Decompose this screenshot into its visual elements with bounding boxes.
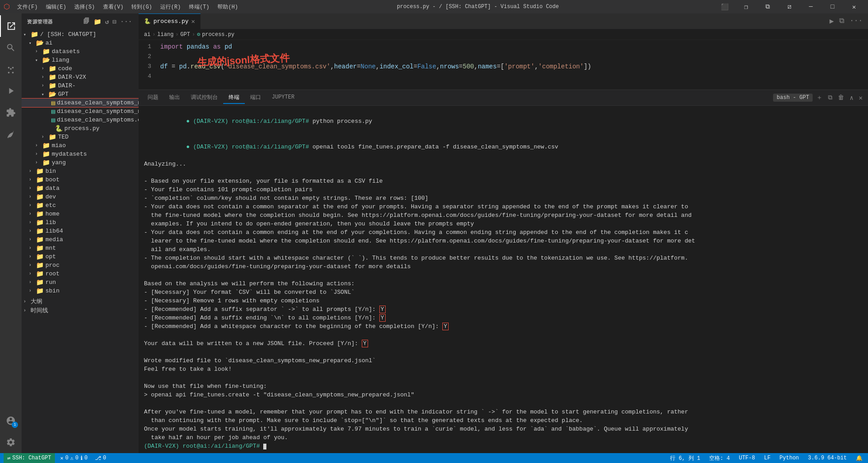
menu-help[interactable]: 帮助(H) bbox=[214, 2, 242, 12]
tree-item-ai[interactable]: ▾ 📂 ai bbox=[22, 39, 139, 47]
collapse-icon[interactable]: ⊟ bbox=[112, 17, 117, 27]
minimize-button[interactable]: ⬛ bbox=[714, 0, 735, 13]
add-terminal-icon[interactable]: ＋ bbox=[814, 93, 824, 103]
tree-item-boot[interactable]: › 📁 boot bbox=[22, 175, 139, 184]
window-maximize-button[interactable]: □ bbox=[822, 0, 843, 13]
tree-item-home[interactable]: › 📁 home bbox=[22, 210, 139, 218]
more-tab-actions-icon[interactable]: ··· bbox=[848, 16, 864, 27]
tree-item-outline[interactable]: › 大纲 bbox=[22, 297, 139, 306]
close-terminal-icon[interactable]: ✕ bbox=[857, 93, 864, 103]
restore-button[interactable]: ❐ bbox=[736, 0, 756, 13]
split-editor-icon[interactable]: ⧉ bbox=[837, 16, 846, 27]
menu-goto[interactable]: 转到(G) bbox=[128, 2, 156, 12]
tree-item-dev[interactable]: › 📁 dev bbox=[22, 193, 139, 201]
run-icon[interactable]: ▶ bbox=[828, 16, 836, 27]
window-close-button[interactable]: ✕ bbox=[844, 0, 864, 13]
eol-status[interactable]: LF bbox=[762, 455, 772, 461]
tree-item-sbin[interactable]: › 📁 sbin bbox=[22, 287, 139, 295]
breadcrumb-liang[interactable]: liang bbox=[157, 31, 174, 38]
tree-item-ted[interactable]: › 📁 TED bbox=[22, 133, 139, 141]
folder-icon: 📁 bbox=[42, 150, 50, 158]
tree-item-csv1[interactable]: › ▤ disease_clean_symptoms_new.csv bbox=[22, 107, 139, 116]
tab-bar: 🐍 process.py ✕ ▶ ⧉ ··· bbox=[139, 13, 868, 29]
tree-item-mydatasets[interactable]: › 📁 mydatasets bbox=[22, 150, 139, 158]
breadcrumb-filename[interactable]: process.py bbox=[202, 31, 234, 38]
tree-item-lib[interactable]: › 📁 lib bbox=[22, 218, 139, 227]
breadcrumb-ai[interactable]: ai bbox=[144, 31, 150, 38]
tree-item-jsonl[interactable]: › ▤ disease_clean_symptoms_new_prepared.… bbox=[22, 99, 139, 107]
encoding-status[interactable]: UTF-8 bbox=[737, 455, 757, 461]
tree-item-dair-v2x[interactable]: › 📁 DAIR-V2X bbox=[22, 73, 139, 81]
language-status[interactable]: Python bbox=[778, 455, 801, 461]
tree-item-liang[interactable]: ▾ 📂 liang bbox=[22, 56, 139, 64]
activity-extensions[interactable] bbox=[0, 102, 22, 123]
tree-item-timeline[interactable]: › 时间线 bbox=[22, 306, 139, 315]
errors-status[interactable]: ✕ 0 ⚠ 0 ℹ 0 bbox=[58, 455, 90, 462]
tab-ports[interactable]: 端口 bbox=[245, 92, 266, 104]
tree-item-csv2[interactable]: › ▤ disease_clean_symptoms.csv bbox=[22, 116, 139, 124]
tab-output[interactable]: 输出 bbox=[164, 92, 185, 104]
tree-item-gpt[interactable]: ▾ 📂 GPT bbox=[22, 90, 139, 99]
ssh-status[interactable]: ⇌ SSH: ChatGPT bbox=[4, 453, 55, 463]
split-button[interactable]: ⧄ bbox=[779, 0, 800, 13]
language-label: Python bbox=[779, 455, 799, 461]
feedback-icon[interactable]: 🔔 bbox=[854, 455, 864, 462]
new-file-icon[interactable]: 🗐 bbox=[82, 17, 91, 27]
tree-item-opt[interactable]: › 📁 opt bbox=[22, 252, 139, 261]
version-status[interactable]: 3.6.9 64-bit bbox=[806, 455, 849, 461]
spaces-status[interactable]: 空格: 4 bbox=[707, 454, 732, 462]
tab-debug[interactable]: 调试控制台 bbox=[185, 92, 223, 104]
tree-item-media[interactable]: › 📁 media bbox=[22, 235, 139, 244]
menu-bar[interactable]: 文件(F) 编辑(E) 选择(S) 查看(V) 转到(G) 运行(R) 终端(T… bbox=[13, 2, 242, 12]
menu-terminal[interactable]: 终端(T) bbox=[185, 2, 213, 12]
activity-run[interactable] bbox=[0, 80, 22, 102]
layout-button[interactable]: ⧉ bbox=[757, 0, 778, 13]
activity-accounts[interactable]: 1 bbox=[0, 410, 22, 432]
tree-item-lib64[interactable]: › 📁 lib64 bbox=[22, 227, 139, 235]
trash-terminal-icon[interactable]: 🗑 bbox=[836, 93, 846, 102]
breadcrumb-gpt[interactable]: GPT bbox=[180, 31, 190, 38]
tree-item-dair[interactable]: › 📁 DAIR- bbox=[22, 81, 139, 90]
line-content: df = pd.read_csv('disease_clean_symptoms… bbox=[157, 62, 591, 72]
maximize-terminal-icon[interactable]: ∧ bbox=[848, 93, 855, 103]
menu-view[interactable]: 查看(V) bbox=[99, 2, 127, 12]
tree-root[interactable]: ▾ 📁 / [SSH: CHATGPT] bbox=[22, 30, 139, 39]
activity-settings[interactable] bbox=[0, 432, 22, 453]
more-actions-icon[interactable]: ··· bbox=[119, 17, 133, 27]
menu-file[interactable]: 文件(F) bbox=[13, 2, 41, 12]
tab-problems[interactable]: 问题 bbox=[142, 92, 164, 104]
sidebar: 资源管理器 🗐 📁 ↺ ⊟ ··· ▾ 📁 / [SSH: CHATGPT] ▾… bbox=[22, 13, 139, 453]
git-status[interactable]: ⎇ 0 bbox=[93, 455, 108, 462]
python-version-label: 3.6.9 64-bit bbox=[808, 455, 847, 461]
yn-input-1: Y bbox=[379, 306, 386, 313]
tab-terminal[interactable]: 终端 bbox=[223, 92, 245, 104]
close-tab-icon[interactable]: ✕ bbox=[191, 18, 195, 25]
tree-item-mnt[interactable]: › 📁 mnt bbox=[22, 244, 139, 252]
activity-scm[interactable] bbox=[0, 58, 22, 80]
tree-item-run[interactable]: › 📁 run bbox=[22, 278, 139, 287]
terminal-output[interactable]: ● (DAIR-V2X) root@ai:/ai/liang/GPT# pyth… bbox=[139, 106, 868, 453]
window-minimize-button[interactable]: ─ bbox=[801, 0, 821, 13]
tree-item-py[interactable]: › 🐍 process.py bbox=[22, 124, 139, 133]
tree-item-root[interactable]: › 📁 root bbox=[22, 270, 139, 278]
tree-item-code[interactable]: › 📁 code bbox=[22, 64, 139, 73]
activity-explorer[interactable] bbox=[0, 15, 22, 37]
split-terminal-icon[interactable]: ⧉ bbox=[826, 93, 834, 102]
activity-search[interactable] bbox=[0, 37, 22, 58]
menu-run[interactable]: 运行(R) bbox=[157, 2, 184, 12]
tab-process-py[interactable]: 🐍 process.py ✕ bbox=[139, 13, 201, 29]
tree-item-data[interactable]: › 📁 data bbox=[22, 184, 139, 193]
refresh-icon[interactable]: ↺ bbox=[104, 17, 110, 27]
position-status[interactable]: 行 6, 列 1 bbox=[668, 454, 702, 462]
menu-edit[interactable]: 编辑(E) bbox=[42, 2, 70, 12]
tree-item-bin[interactable]: › 📁 bin bbox=[22, 167, 139, 175]
tree-item-datasets[interactable]: › 📁 datasets bbox=[22, 47, 139, 56]
menu-select[interactable]: 选择(S) bbox=[71, 2, 99, 12]
tree-item-miao[interactable]: › 📁 miao bbox=[22, 141, 139, 150]
tree-item-proc[interactable]: › 📁 proc bbox=[22, 261, 139, 270]
tree-item-yang[interactable]: › 📁 yang bbox=[22, 158, 139, 167]
new-folder-icon[interactable]: 📁 bbox=[93, 17, 103, 27]
tree-item-etc[interactable]: › 📁 etc bbox=[22, 201, 139, 210]
activity-remote[interactable] bbox=[0, 123, 22, 145]
tab-jupyter[interactable]: JUPYTER bbox=[266, 92, 300, 103]
